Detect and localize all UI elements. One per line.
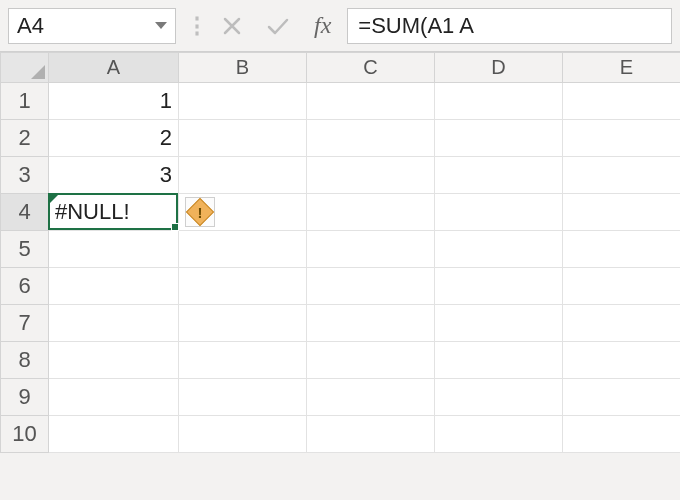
row-header-1[interactable]: 1 (1, 83, 49, 120)
cell-C9[interactable] (307, 379, 435, 416)
column-header-C[interactable]: C (307, 53, 435, 83)
cell-E7[interactable] (563, 305, 681, 342)
cell-D4[interactable] (435, 194, 563, 231)
cell-B5[interactable] (179, 231, 307, 268)
formula-text: =SUM(A1 A (358, 13, 474, 39)
cancel-icon[interactable] (222, 16, 242, 36)
warning-diamond-icon: ! (185, 198, 213, 226)
cell-E10[interactable] (563, 416, 681, 453)
formula-input[interactable]: =SUM(A1 A (347, 8, 672, 44)
cell-E1[interactable] (563, 83, 681, 120)
column-header-E[interactable]: E (563, 53, 681, 83)
warning-glyph: ! (197, 205, 202, 220)
cell-A3[interactable]: 3 (49, 157, 179, 194)
cell-C3[interactable] (307, 157, 435, 194)
cell-B3[interactable] (179, 157, 307, 194)
cell-A8[interactable] (49, 342, 179, 379)
cell-C7[interactable] (307, 305, 435, 342)
cell-D8[interactable] (435, 342, 563, 379)
cell-B2[interactable] (179, 120, 307, 157)
enter-icon[interactable] (266, 16, 290, 36)
cell-A5[interactable] (49, 231, 179, 268)
cell-E3[interactable] (563, 157, 681, 194)
cell-A4[interactable]: #NULL! (49, 194, 179, 231)
cell-D6[interactable] (435, 268, 563, 305)
cell-E6[interactable] (563, 268, 681, 305)
error-smart-tag[interactable]: ! (185, 197, 215, 227)
select-all-corner[interactable] (1, 53, 49, 83)
cell-A1[interactable]: 1 (49, 83, 179, 120)
cell-C5[interactable] (307, 231, 435, 268)
row-header-3[interactable]: 3 (1, 157, 49, 194)
cell-E8[interactable] (563, 342, 681, 379)
cell-B8[interactable] (179, 342, 307, 379)
cell-C4[interactable] (307, 194, 435, 231)
name-box[interactable]: A4 (8, 8, 176, 44)
column-header-A[interactable]: A (49, 53, 179, 83)
cell-D7[interactable] (435, 305, 563, 342)
row-header-6[interactable]: 6 (1, 268, 49, 305)
cell-B1[interactable] (179, 83, 307, 120)
formula-bar-buttons: fx (216, 12, 337, 39)
cell-A9[interactable] (49, 379, 179, 416)
cell-E4[interactable] (563, 194, 681, 231)
cell-A6[interactable] (49, 268, 179, 305)
column-header-B[interactable]: B (179, 53, 307, 83)
cell-B6[interactable] (179, 268, 307, 305)
cell-B9[interactable] (179, 379, 307, 416)
formula-bar: A4 ⋮ fx =SUM(A1 A (0, 0, 680, 52)
cell-C10[interactable] (307, 416, 435, 453)
cell-D3[interactable] (435, 157, 563, 194)
cell-E2[interactable] (563, 120, 681, 157)
formula-bar-separator: ⋮ (186, 13, 206, 39)
name-box-dropdown-icon[interactable] (155, 22, 167, 29)
cell-C6[interactable] (307, 268, 435, 305)
row-header-9[interactable]: 9 (1, 379, 49, 416)
cell-D2[interactable] (435, 120, 563, 157)
cell-B10[interactable] (179, 416, 307, 453)
row-header-2[interactable]: 2 (1, 120, 49, 157)
row-header-5[interactable]: 5 (1, 231, 49, 268)
column-header-D[interactable]: D (435, 53, 563, 83)
cell-C2[interactable] (307, 120, 435, 157)
cell-D10[interactable] (435, 416, 563, 453)
name-box-value: A4 (17, 13, 44, 39)
cell-E9[interactable] (563, 379, 681, 416)
row-header-8[interactable]: 8 (1, 342, 49, 379)
cell-C1[interactable] (307, 83, 435, 120)
cell-D1[interactable] (435, 83, 563, 120)
cell-D9[interactable] (435, 379, 563, 416)
cell-A2[interactable]: 2 (49, 120, 179, 157)
row-header-7[interactable]: 7 (1, 305, 49, 342)
cell-E5[interactable] (563, 231, 681, 268)
row-header-10[interactable]: 10 (1, 416, 49, 453)
row-header-4[interactable]: 4 (1, 194, 49, 231)
spreadsheet-grid[interactable]: ABCDE 1122334#NULL!5678910 ! (0, 52, 680, 453)
cell-D5[interactable] (435, 231, 563, 268)
cell-C8[interactable] (307, 342, 435, 379)
cell-A10[interactable] (49, 416, 179, 453)
cell-A7[interactable] (49, 305, 179, 342)
insert-function-icon[interactable]: fx (314, 12, 331, 39)
cell-B7[interactable] (179, 305, 307, 342)
